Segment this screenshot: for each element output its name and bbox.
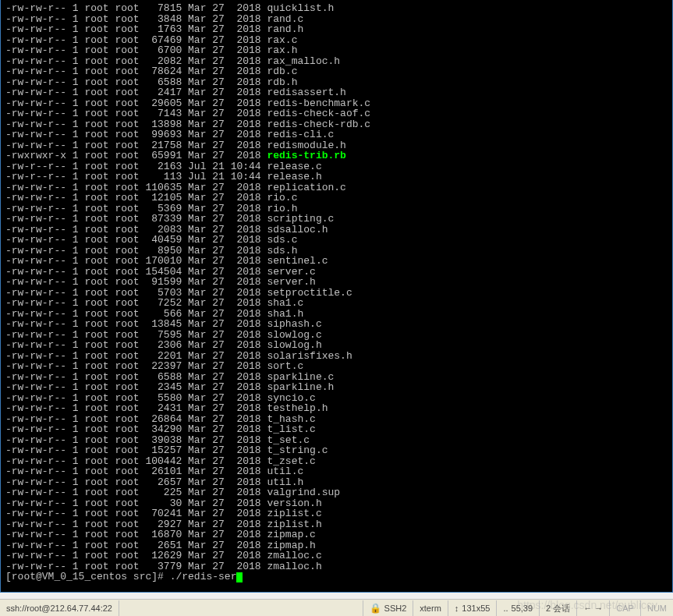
file-row: -rw-rw-r-- 1 root root 8950 Mar 27 2018 …: [5, 246, 668, 257]
file-row: -rw-rw-r-- 1 root root 78624 Mar 27 2018…: [5, 66, 668, 77]
file-row: -rw-r--r-- 1 root root 2163 Jul 21 10:44…: [5, 161, 668, 172]
file-row: -rw-rw-r-- 1 root root 2657 Mar 27 2018 …: [5, 477, 668, 488]
file-row: -rw-rw-r-- 1 root root 2927 Mar 27 2018 …: [5, 519, 668, 530]
file-row: -rw-rw-r-- 1 root root 5703 Mar 27 2018 …: [5, 288, 668, 299]
status-size: ↕ 131x55: [448, 600, 498, 616]
file-row: -rw-rw-r-- 1 root root 26101 Mar 27 2018…: [5, 466, 668, 477]
lock-icon: 🔒: [370, 600, 381, 616]
file-row: -rw-rw-r-- 1 root root 87339 Mar 27 2018…: [5, 214, 668, 225]
file-row: -rw-rw-r-- 1 root root 30 Mar 27 2018 ve…: [5, 498, 668, 509]
terminal-output[interactable]: -rw-rw-r-- 1 root root 7815 Mar 27 2018 …: [0, 0, 673, 593]
file-row: -rw-rw-r-- 1 root root 7595 Mar 27 2018 …: [5, 330, 668, 341]
file-row: -rwxrwxr-x 1 root root 65991 Mar 27 2018…: [5, 150, 668, 161]
file-row: -rw-rw-r-- 1 root root 154504 Mar 27 201…: [5, 267, 668, 278]
file-row: -rw-rw-r-- 1 root root 5369 Mar 27 2018 …: [5, 204, 668, 214]
file-row: -rw-rw-r-- 1 root root 99693 Mar 27 2018…: [5, 129, 668, 140]
file-row: -rw-rw-r-- 1 root root 67469 Mar 27 2018…: [5, 35, 668, 46]
file-row: -rw-rw-r-- 1 root root 40459 Mar 27 2018…: [5, 235, 668, 246]
file-row: -rw-rw-r-- 1 root root 110635 Mar 27 201…: [5, 182, 668, 193]
file-row: -rw-rw-r-- 1 root root 2201 Mar 27 2018 …: [5, 351, 668, 362]
file-row: -rw-rw-r-- 1 root root 225 Mar 27 2018 v…: [5, 487, 668, 498]
file-row: -rw-rw-r-- 1 root root 16870 Mar 27 2018…: [5, 529, 668, 540]
file-row: -rw-rw-r-- 1 root root 2345 Mar 27 2018 …: [5, 382, 668, 393]
file-row: -rw-rw-r-- 1 root root 13845 Mar 27 2018…: [5, 319, 668, 330]
file-row: -rw-rw-r-- 1 root root 2083 Mar 27 2018 …: [5, 225, 668, 235]
file-name: zmalloc.h: [267, 561, 321, 572]
file-row: -rw-rw-r-- 1 root root 2417 Mar 27 2018 …: [5, 87, 668, 98]
status-connection: ssh://root@212.64.77.44:22: [0, 600, 119, 616]
file-row: -rw-rw-r-- 1 root root 6588 Mar 27 2018 …: [5, 77, 668, 88]
file-row: -rw-rw-r-- 1 root root 21758 Mar 27 2018…: [5, 140, 668, 151]
file-row: -rw-rw-r-- 1 root root 6588 Mar 27 2018 …: [5, 372, 668, 383]
cursor: [236, 572, 243, 582]
file-row: -rw-rw-r-- 1 root root 2651 Mar 27 2018 …: [5, 540, 668, 551]
file-row: -rw-rw-r-- 1 root root 2431 Mar 27 2018 …: [5, 403, 668, 414]
file-row: -rw-rw-r-- 1 root root 5580 Mar 27 2018 …: [5, 393, 668, 404]
file-row: -rw-rw-r-- 1 root root 34290 Mar 27 2018…: [5, 424, 668, 435]
file-row: -rw-r--r-- 1 root root 113 Jul 21 10:44 …: [5, 172, 668, 182]
file-row: -rw-rw-r-- 1 root root 7143 Mar 27 2018 …: [5, 108, 668, 119]
file-row: -rw-rw-r-- 1 root root 91599 Mar 27 2018…: [5, 277, 668, 288]
status-arrows[interactable]: ← →: [577, 600, 610, 616]
prompt-line[interactable]: [root@VM_0_15_centos src]# ./redis-ser: [5, 572, 668, 582]
file-row: -rw-rw-r-- 1 root root 12105 Mar 27 2018…: [5, 193, 668, 204]
file-row: -rw-rw-r-- 1 root root 15257 Mar 27 2018…: [5, 445, 668, 456]
status-cursor-pos: .. 55,39: [497, 600, 540, 616]
status-cap: CAP: [610, 600, 641, 616]
file-row: -rw-rw-r-- 1 root root 3779 Mar 27 2018 …: [5, 561, 668, 572]
file-row: -rw-rw-r-- 1 root root 22397 Mar 27 2018…: [5, 361, 668, 372]
file-row: -rw-rw-r-- 1 root root 2082 Mar 27 2018 …: [5, 56, 668, 67]
file-row: -rw-rw-r-- 1 root root 1763 Mar 27 2018 …: [5, 24, 668, 35]
file-row: -rw-rw-r-- 1 root root 6700 Mar 27 2018 …: [5, 45, 668, 56]
file-row: -rw-rw-r-- 1 root root 170010 Mar 27 201…: [5, 256, 668, 267]
file-row: -rw-rw-r-- 1 root root 13898 Mar 27 2018…: [5, 119, 668, 130]
file-row: -rw-rw-r-- 1 root root 39038 Mar 27 2018…: [5, 435, 668, 446]
status-num: NUM: [641, 600, 673, 616]
file-row: -rw-rw-r-- 1 root root 26864 Mar 27 2018…: [5, 414, 668, 425]
status-protocol: 🔒SSH2: [363, 600, 414, 616]
status-sessions: 2 会话: [540, 600, 577, 616]
file-row: -rw-rw-r-- 1 root root 2306 Mar 27 2018 …: [5, 340, 668, 351]
file-row: -rw-rw-r-- 1 root root 7252 Mar 27 2018 …: [5, 298, 668, 309]
file-row: -rw-rw-r-- 1 root root 7815 Mar 27 2018 …: [5, 3, 668, 14]
file-row: -rw-rw-r-- 1 root root 3848 Mar 27 2018 …: [5, 14, 668, 25]
file-row: -rw-rw-r-- 1 root root 70241 Mar 27 2018…: [5, 508, 668, 519]
status-bar: ssh://root@212.64.77.44:22 🔒SSH2 xterm ↕…: [0, 599, 673, 616]
file-row: -rw-rw-r-- 1 root root 566 Mar 27 2018 s…: [5, 309, 668, 320]
file-row: -rw-rw-r-- 1 root root 12629 Mar 27 2018…: [5, 551, 668, 561]
file-row: -rw-rw-r-- 1 root root 29605 Mar 27 2018…: [5, 98, 668, 109]
shell-prompt: [root@VM_0_15_centos src]#: [5, 571, 170, 582]
status-term: xterm: [413, 600, 448, 616]
file-row: -rw-rw-r-- 1 root root 100442 Mar 27 201…: [5, 456, 668, 467]
typed-command[interactable]: ./redis-ser: [170, 571, 237, 582]
